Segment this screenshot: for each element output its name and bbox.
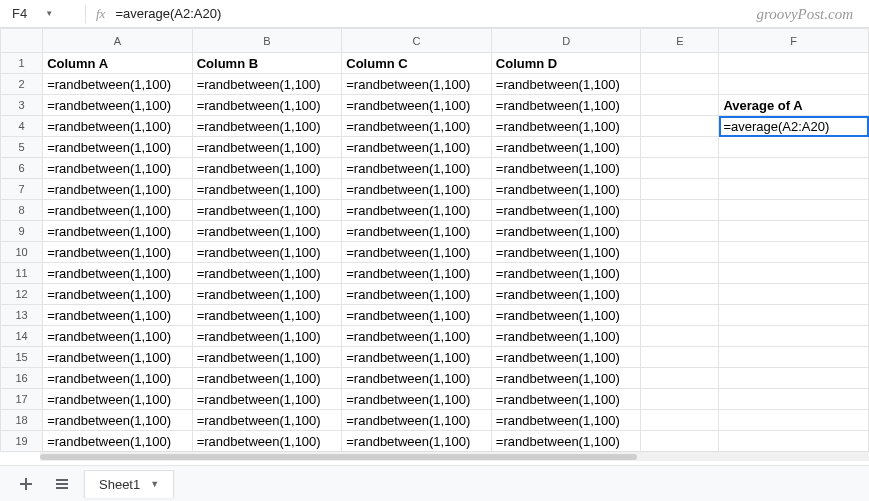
cell-A8[interactable]: =randbetween(1,100) — [43, 200, 193, 221]
cell-D1[interactable]: Column D — [491, 53, 641, 74]
cell-C15[interactable]: =randbetween(1,100) — [342, 347, 492, 368]
cell-B15[interactable]: =randbetween(1,100) — [192, 347, 342, 368]
cell-A17[interactable]: =randbetween(1,100) — [43, 389, 193, 410]
cell-C11[interactable]: =randbetween(1,100) — [342, 263, 492, 284]
row-header-1[interactable]: 1 — [1, 53, 43, 74]
cell-F6[interactable] — [719, 158, 869, 179]
cell-C5[interactable]: =randbetween(1,100) — [342, 137, 492, 158]
row-header-9[interactable]: 9 — [1, 221, 43, 242]
cell-A19[interactable]: =randbetween(1,100) — [43, 431, 193, 452]
cell-F10[interactable] — [719, 242, 869, 263]
row-header-11[interactable]: 11 — [1, 263, 43, 284]
cell-A3[interactable]: =randbetween(1,100) — [43, 95, 193, 116]
cell-A10[interactable]: =randbetween(1,100) — [43, 242, 193, 263]
cell-D12[interactable]: =randbetween(1,100) — [491, 284, 641, 305]
cell-A9[interactable]: =randbetween(1,100) — [43, 221, 193, 242]
row-header-3[interactable]: 3 — [1, 95, 43, 116]
cell-B17[interactable]: =randbetween(1,100) — [192, 389, 342, 410]
row-header-8[interactable]: 8 — [1, 200, 43, 221]
cell-C17[interactable]: =randbetween(1,100) — [342, 389, 492, 410]
cell-E17[interactable] — [641, 389, 719, 410]
cell-F1[interactable] — [719, 53, 869, 74]
cell-E7[interactable] — [641, 179, 719, 200]
scrollbar-thumb[interactable] — [40, 454, 637, 460]
chevron-down-icon[interactable]: ▼ — [150, 479, 159, 489]
chevron-down-icon[interactable]: ▼ — [45, 9, 53, 18]
cell-A15[interactable]: =randbetween(1,100) — [43, 347, 193, 368]
cell-C19[interactable]: =randbetween(1,100) — [342, 431, 492, 452]
cell-F14[interactable] — [719, 326, 869, 347]
cell-B10[interactable]: =randbetween(1,100) — [192, 242, 342, 263]
cell-C7[interactable]: =randbetween(1,100) — [342, 179, 492, 200]
cell-C10[interactable]: =randbetween(1,100) — [342, 242, 492, 263]
cell-C16[interactable]: =randbetween(1,100) — [342, 368, 492, 389]
cell-E18[interactable] — [641, 410, 719, 431]
cell-D9[interactable]: =randbetween(1,100) — [491, 221, 641, 242]
cell-A11[interactable]: =randbetween(1,100) — [43, 263, 193, 284]
cell-F9[interactable] — [719, 221, 869, 242]
cell-F2[interactable] — [719, 74, 869, 95]
cell-B13[interactable]: =randbetween(1,100) — [192, 305, 342, 326]
cell-D7[interactable]: =randbetween(1,100) — [491, 179, 641, 200]
cell-D8[interactable]: =randbetween(1,100) — [491, 200, 641, 221]
cell-D3[interactable]: =randbetween(1,100) — [491, 95, 641, 116]
cell-C9[interactable]: =randbetween(1,100) — [342, 221, 492, 242]
cell-D17[interactable]: =randbetween(1,100) — [491, 389, 641, 410]
horizontal-scrollbar[interactable] — [40, 451, 869, 461]
cell-E4[interactable] — [641, 116, 719, 137]
cell-C1[interactable]: Column C — [342, 53, 492, 74]
cell-B1[interactable]: Column B — [192, 53, 342, 74]
cell-D5[interactable]: =randbetween(1,100) — [491, 137, 641, 158]
cell-B16[interactable]: =randbetween(1,100) — [192, 368, 342, 389]
cell-D6[interactable]: =randbetween(1,100) — [491, 158, 641, 179]
cell-B3[interactable]: =randbetween(1,100) — [192, 95, 342, 116]
cell-B14[interactable]: =randbetween(1,100) — [192, 326, 342, 347]
cell-B11[interactable]: =randbetween(1,100) — [192, 263, 342, 284]
cell-C18[interactable]: =randbetween(1,100) — [342, 410, 492, 431]
cell-F4[interactable]: =average(A2:A20) — [719, 116, 869, 137]
cell-C13[interactable]: =randbetween(1,100) — [342, 305, 492, 326]
cell-E13[interactable] — [641, 305, 719, 326]
row-header-16[interactable]: 16 — [1, 368, 43, 389]
cell-B6[interactable]: =randbetween(1,100) — [192, 158, 342, 179]
cell-E16[interactable] — [641, 368, 719, 389]
cell-C6[interactable]: =randbetween(1,100) — [342, 158, 492, 179]
cell-E11[interactable] — [641, 263, 719, 284]
cell-B19[interactable]: =randbetween(1,100) — [192, 431, 342, 452]
row-header-2[interactable]: 2 — [1, 74, 43, 95]
column-header-A[interactable]: A — [43, 29, 193, 53]
cell-F8[interactable] — [719, 200, 869, 221]
cell-A6[interactable]: =randbetween(1,100) — [43, 158, 193, 179]
add-sheet-button[interactable] — [12, 470, 40, 498]
cell-D14[interactable]: =randbetween(1,100) — [491, 326, 641, 347]
cell-A12[interactable]: =randbetween(1,100) — [43, 284, 193, 305]
sheet-tab[interactable]: Sheet1 ▼ — [84, 470, 174, 498]
spreadsheet-grid[interactable]: ABCDEF1Column AColumn BColumn CColumn D2… — [0, 28, 869, 461]
cell-E9[interactable] — [641, 221, 719, 242]
column-header-D[interactable]: D — [491, 29, 641, 53]
cell-A14[interactable]: =randbetween(1,100) — [43, 326, 193, 347]
row-header-13[interactable]: 13 — [1, 305, 43, 326]
cell-A7[interactable]: =randbetween(1,100) — [43, 179, 193, 200]
cell-D10[interactable]: =randbetween(1,100) — [491, 242, 641, 263]
cell-C4[interactable]: =randbetween(1,100) — [342, 116, 492, 137]
cell-A4[interactable]: =randbetween(1,100) — [43, 116, 193, 137]
cell-A16[interactable]: =randbetween(1,100) — [43, 368, 193, 389]
cell-F11[interactable] — [719, 263, 869, 284]
row-header-4[interactable]: 4 — [1, 116, 43, 137]
cell-B4[interactable]: =randbetween(1,100) — [192, 116, 342, 137]
cell-B7[interactable]: =randbetween(1,100) — [192, 179, 342, 200]
cell-D11[interactable]: =randbetween(1,100) — [491, 263, 641, 284]
cell-A18[interactable]: =randbetween(1,100) — [43, 410, 193, 431]
cell-D4[interactable]: =randbetween(1,100) — [491, 116, 641, 137]
name-box[interactable]: F4 ▼ — [0, 6, 75, 21]
row-header-7[interactable]: 7 — [1, 179, 43, 200]
column-header-B[interactable]: B — [192, 29, 342, 53]
cell-C12[interactable]: =randbetween(1,100) — [342, 284, 492, 305]
cell-A5[interactable]: =randbetween(1,100) — [43, 137, 193, 158]
cell-F15[interactable] — [719, 347, 869, 368]
row-header-14[interactable]: 14 — [1, 326, 43, 347]
cell-B18[interactable]: =randbetween(1,100) — [192, 410, 342, 431]
cell-D13[interactable]: =randbetween(1,100) — [491, 305, 641, 326]
cell-A13[interactable]: =randbetween(1,100) — [43, 305, 193, 326]
